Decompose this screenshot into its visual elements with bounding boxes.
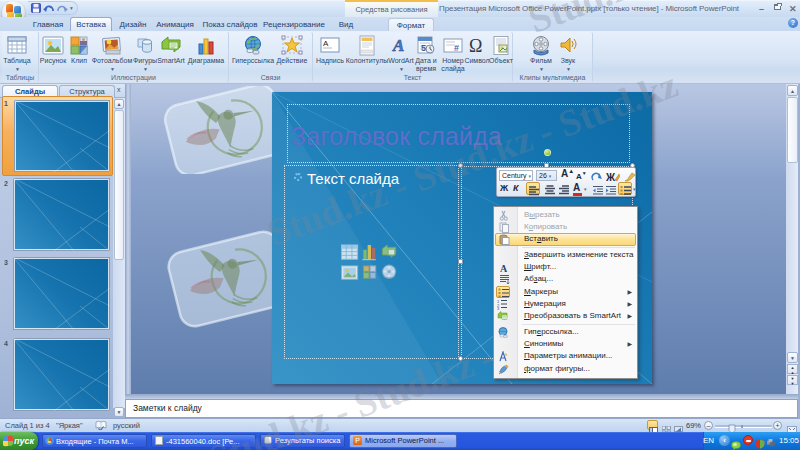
svg-text:A: A	[392, 36, 404, 55]
svg-text:A: A	[323, 39, 329, 48]
svg-text:#: #	[454, 43, 459, 53]
svg-text:5: 5	[421, 43, 426, 53]
svg-text:A: A	[500, 262, 508, 273]
svg-text:Ω: Ω	[469, 36, 482, 56]
